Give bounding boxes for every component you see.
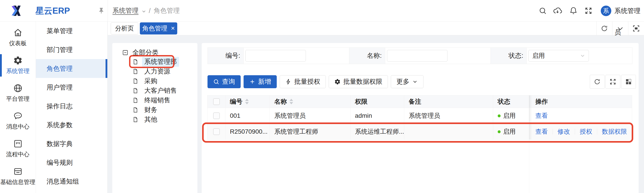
status-select[interactable]: 启用 [528,50,589,62]
submenu-item-number-rules[interactable]: 编号规则 [36,153,107,172]
tab-analysis[interactable]: 分析页 [111,22,138,34]
user-avatar[interactable]: 系 [601,5,611,16]
fullscreen-icon[interactable] [584,0,592,21]
sort-icon[interactable] [290,99,293,104]
rail-item-base-info[interactable]: 基础信息管理 [0,163,36,190]
tree-item-label: 系统管理部 [142,57,179,67]
submenu-item-dept-mgmt[interactable]: 部门管理 [36,40,107,59]
tree-item-key-account-sales[interactable]: 大客户销售 [132,86,195,95]
header-cell-status: 状态 [493,95,529,108]
column-label: 状态 [498,97,510,106]
user-name[interactable]: 系统管理员 [614,0,644,21]
tree-item-terminal-sales[interactable]: 终端销售 [132,95,195,105]
sort-icon[interactable] [245,99,249,104]
tree-item-label: 采购 [142,76,160,86]
message-icon [13,111,23,121]
chevron-down-icon[interactable] [141,9,146,14]
status-dot [498,114,500,117]
minus-square-icon[interactable] [122,49,128,56]
tree-item-label: 人力资源 [142,66,172,76]
row-checkbox[interactable] [213,112,220,119]
bell-icon[interactable] [569,0,578,21]
header-cell-permission: 权限 [350,95,404,108]
filter-status-cell: 启用 [526,48,632,64]
file-icon [132,97,138,104]
row-cell-checkbox [208,108,226,124]
table-row[interactable]: R25070900... 系统管理工程师 系统运维工程师... 启用 查看 修改… [208,124,632,140]
table-row[interactable]: 001 系统管理员 admin 系统管理员 启用 查看 [208,108,632,124]
refresh-icon[interactable] [596,21,612,35]
more-button[interactable]: 更多 [391,75,424,88]
submenu-item-user-mgmt[interactable]: 用户管理 [36,78,107,97]
edit-link[interactable]: 修改 [558,127,570,136]
rail-item-dashboard[interactable]: 仪表板 [0,24,36,51]
row-cell-code: R25070900... [226,124,270,140]
submenu-item-sys-params[interactable]: 系统参数 [36,116,107,134]
header-cell-name[interactable]: 名称 [270,95,350,108]
table-tools [590,75,636,89]
tree-item-hr[interactable]: 人力资源 [132,66,195,76]
tree-item-other[interactable]: 其他 [132,115,195,124]
refresh-icon[interactable] [590,75,604,89]
filter-name: 名称: [349,48,491,64]
header-cell-code[interactable]: 编号 [226,95,270,108]
cloud-download-icon[interactable] [552,0,562,21]
rail-item-label: 系统管理 [6,67,30,75]
data-permission-link[interactable]: 数据权限 [602,127,627,136]
breadcrumb-separator: / [149,7,150,14]
add-button[interactable]: 新增 [244,75,277,88]
submenu-item-notify-group[interactable]: 消息通知组 [36,172,107,191]
search-icon[interactable] [539,0,547,21]
tree-item-label: 大客户销售 [142,86,179,96]
close-icon[interactable]: × [171,25,175,31]
select-all-checkbox[interactable] [213,98,220,105]
row-cell-code: 001 [226,108,270,124]
rail-item-platform-mgmt[interactable]: 平台管理 [0,79,36,107]
pin-icon[interactable] [98,7,105,15]
tree-item-sys-mgmt-dept[interactable]: 系统管理部 [132,57,195,66]
tree-root[interactable]: 全部分类 [122,48,158,57]
authorize-link[interactable]: 授权 [580,127,592,136]
submenu-item-op-log[interactable]: 操作日志 [36,97,107,116]
rail-item-process-center[interactable]: 流程中心 [0,135,36,163]
search-button[interactable]: 查询 [208,75,241,88]
filter-bar: 编号: 名称: 状态: 启用 [208,47,632,64]
globe-icon [13,83,23,93]
batch-auth-button[interactable]: 批量授权 [280,75,326,88]
rail-item-label: 基础信息管理 [0,178,36,186]
code-input[interactable] [245,50,306,62]
column-settings-icon[interactable] [621,75,636,89]
row-cell-name: 系统管理工程师 [270,124,350,140]
topbar-divider [108,0,108,21]
tree-item-purchasing[interactable]: 采购 [132,76,195,86]
base-info-icon [13,167,23,176]
row-checkbox[interactable] [213,128,220,135]
add-button-label: 新增 [258,77,271,86]
tab-role-mgmt[interactable]: 角色管理 × [140,22,177,34]
status-select-value: 启用 [532,51,545,60]
tree-item-label: 终端销售 [142,95,172,105]
action-divider [552,129,553,135]
logo-icon [10,4,23,17]
maximize-icon[interactable] [628,21,644,35]
tree-item-finance[interactable]: 财务 [132,105,195,115]
action-divider [575,129,575,135]
batch-data-perm-button[interactable]: 批量数据权限 [329,75,388,88]
rail-item-system-mgmt[interactable]: 系统管理 [0,51,36,79]
submenu-item-data-dict[interactable]: 数据字典 [36,134,107,153]
row-cell-name: 系统管理员 [270,108,350,124]
view-link[interactable]: 查看 [535,112,548,120]
content-area: 分析页 角色管理 × [108,21,644,193]
rail-item-message-center[interactable]: 消息中心 [0,107,36,135]
rail-item-label: 流程中心 [6,151,30,158]
name-input[interactable] [387,50,448,62]
breadcrumb-parent[interactable]: 系统管理 [112,6,138,15]
filter-name-cell [385,48,491,64]
submenu-item-menu-mgmt[interactable]: 菜单管理 [36,21,107,40]
home-icon [13,28,23,37]
column-label: 编号 [230,97,242,106]
action-divider [597,129,597,135]
view-link[interactable]: 查看 [535,127,548,136]
expand-icon[interactable] [606,75,620,89]
submenu-item-role-mgmt[interactable]: 角色管理 [36,59,107,78]
